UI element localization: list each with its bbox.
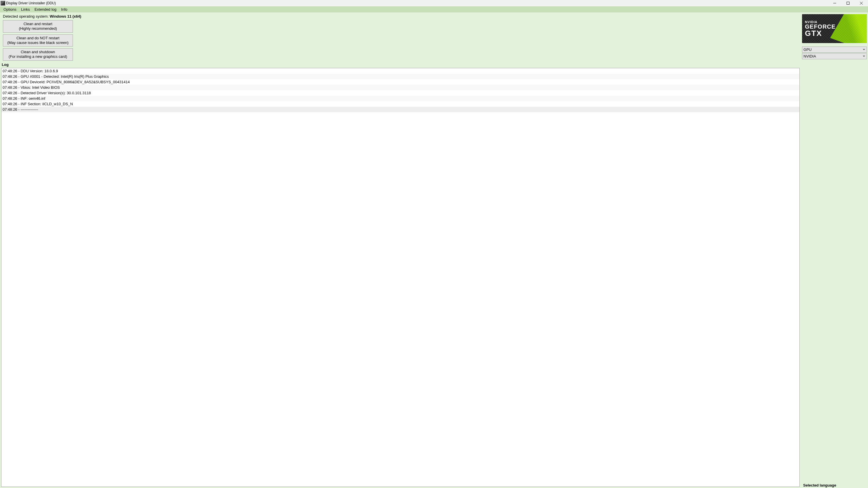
svg-rect-0	[847, 2, 849, 5]
close-icon	[860, 2, 863, 5]
log-row[interactable]: 07:48:26 - DDU Version: 18.0.6.9	[1, 68, 799, 74]
log-row[interactable]: 07:48:26 - Vbios: Intel Video BIOS	[1, 85, 799, 90]
log-row[interactable]: 07:48:26 - INF Section: iICLD_w10_DS_N	[1, 101, 799, 107]
clean-and-shutdown-button[interactable]: Clean and shutdown (For installing a new…	[3, 48, 73, 61]
log-row[interactable]: 07:48:26 - GPU DeviceId: PCI\VEN_8086&DE…	[1, 79, 799, 85]
clean-and-restart-button[interactable]: Clean and restart (Highly recommended)	[3, 20, 73, 33]
detected-os: Detected operating system: Windows 11 (x…	[0, 13, 801, 20]
titlebar-left: Display Driver Uninstaller (DDU)	[1, 1, 56, 5]
menu-options[interactable]: Options	[1, 7, 19, 12]
vendor-dropdown[interactable]: NVIDIA	[802, 53, 867, 59]
gpu-logo: NVIDIA GEFORCE GTX	[802, 14, 867, 43]
button-line2: (May cause issues like black screen)	[5, 40, 71, 45]
log-row[interactable]: 07:48:26 - GPU #0001 - Detected: Intel(R…	[1, 74, 799, 79]
menu-links[interactable]: Links	[19, 7, 32, 12]
menu-info[interactable]: Info	[59, 7, 70, 12]
close-button[interactable]	[855, 0, 868, 6]
left-pane: Detected operating system: Windows 11 (x…	[0, 12, 801, 488]
os-label: Detected operating system:	[3, 14, 50, 19]
button-line2: (For installing a new graphics card)	[5, 54, 71, 59]
titlebar: Display Driver Uninstaller (DDU)	[0, 0, 868, 6]
button-line1: Clean and do NOT restart	[5, 36, 71, 40]
app-icon	[1, 1, 5, 5]
app-window: Display Driver Uninstaller (DDU) Options…	[0, 0, 868, 488]
window-controls	[828, 0, 868, 6]
vendor-select[interactable]: NVIDIA	[802, 53, 867, 59]
minimize-button[interactable]	[828, 0, 841, 6]
menu-extended-log[interactable]: Extended log	[32, 7, 59, 12]
button-line2: (Highly recommended)	[5, 26, 71, 31]
logo-line3: GTX	[805, 30, 867, 37]
log-box[interactable]: 07:48:26 - DDU Version: 18.0.6.9 07:48:2…	[1, 68, 800, 487]
log-label: Log	[0, 62, 801, 67]
os-value: Windows 11 (x64)	[50, 14, 81, 19]
device-type-dropdown[interactable]: GPU	[802, 46, 867, 53]
clean-buttons: Clean and restart (Highly recommended) C…	[0, 20, 73, 62]
right-pane: NVIDIA GEFORCE GTX GPU NVIDIA Selected l…	[801, 12, 868, 488]
content: Detected operating system: Windows 11 (x…	[0, 12, 868, 488]
logo-line1: NVIDIA	[805, 21, 867, 24]
logo-text: NVIDIA GEFORCE GTX	[805, 21, 867, 37]
button-line1: Clean and shutdown	[5, 50, 71, 54]
logo-line2: GEFORCE	[805, 24, 867, 30]
maximize-button[interactable]	[841, 0, 855, 6]
window-title: Display Driver Uninstaller (DDU)	[6, 1, 56, 5]
log-row[interactable]: 07:48:26 - Detected Driver Version(s): 3…	[1, 90, 799, 96]
log-row[interactable]: 07:48:26 - --------------	[1, 107, 799, 112]
device-type-select[interactable]: GPU	[802, 46, 867, 53]
button-line1: Clean and restart	[5, 22, 71, 26]
menubar: Options Links Extended log Info	[0, 6, 868, 12]
minimize-icon	[833, 2, 836, 5]
selected-language-label: Selected language	[803, 483, 836, 487]
maximize-icon	[846, 2, 849, 5]
log-row[interactable]: 07:48:26 - INF: oem46.inf	[1, 96, 799, 101]
clean-no-restart-button[interactable]: Clean and do NOT restart (May cause issu…	[3, 34, 73, 47]
